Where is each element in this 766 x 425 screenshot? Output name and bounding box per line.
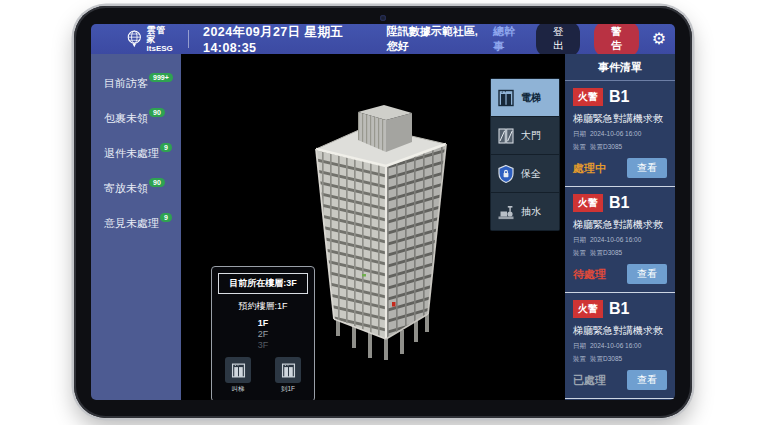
- sidebar-item-returns-pending[interactable]: 退件未處理9: [91, 146, 181, 181]
- building-model: [306, 104, 456, 364]
- view-event-button[interactable]: 查看: [627, 158, 667, 178]
- utility-label: 電梯: [521, 91, 541, 105]
- view-event-button[interactable]: 查看: [627, 370, 667, 390]
- alert-button[interactable]: 警告: [594, 24, 638, 57]
- sidebar-item-current-visitors[interactable]: 目前訪客999+: [91, 76, 181, 111]
- goto-floor-button[interactable]: 到1F: [275, 357, 301, 394]
- event-card: 火警 B1 梯廳緊急對講機求救 日期2024-10-06 16:00 裝置裝置D…: [565, 186, 675, 292]
- count-badge: 90: [149, 108, 165, 117]
- event-location: B1: [609, 194, 629, 212]
- count-badge: 999+: [149, 73, 173, 82]
- device-label: 裝置: [573, 143, 586, 150]
- reserved-floor-label: 預約樓層:1F: [218, 300, 308, 313]
- floor-option-1f[interactable]: 1F: [218, 318, 308, 329]
- event-date: 2024-10-06 16:00: [590, 342, 641, 349]
- event-description: 梯廳緊急對講機求救: [573, 112, 667, 126]
- device-label: 裝置: [573, 249, 586, 256]
- count-badge: 90: [149, 178, 165, 187]
- sidebar-item-label: 包裹未領: [104, 112, 148, 124]
- utility-gate-button[interactable]: 大門: [491, 117, 559, 154]
- utility-button-group: 電梯 大門: [490, 78, 560, 231]
- event-location: B1: [609, 88, 629, 106]
- floor-list: 1F 2F 3F: [218, 318, 308, 351]
- goto-floor-label: 到1F: [281, 385, 295, 394]
- screen: 雲管家 ItsESG 2024年09月27日 星期五 14:08:35 陞訊數據…: [91, 24, 675, 400]
- call-elevator-button[interactable]: 叫梯: [225, 357, 251, 394]
- device-label: 裝置: [573, 355, 586, 362]
- event-card: 火警 B1 梯廳緊急對講機求救 日期2024-10-06 16:00 裝置裝置D…: [565, 292, 675, 398]
- fire-alarm-badge: 火警: [573, 88, 603, 106]
- header-bar: 雲管家 ItsESG 2024年09月27日 星期五 14:08:35 陞訊數據…: [91, 24, 675, 54]
- event-date: 2024-10-06 16:00: [590, 236, 641, 243]
- ok-marker: [362, 274, 366, 277]
- event-location: B1: [609, 300, 629, 318]
- elevator-icon: [496, 88, 516, 108]
- fire-alarm-badge: 火警: [573, 194, 603, 212]
- event-list-panel[interactable]: 事件清單 火警 B1 梯廳緊急對講機求救 日期2024-10-06 16:00 …: [565, 54, 675, 400]
- floor-option-2f[interactable]: 2F: [218, 329, 308, 340]
- current-floor-label: 目前所在樓層:3F: [218, 273, 308, 294]
- count-badge: 9: [160, 213, 172, 222]
- utility-elevator-button[interactable]: 電梯: [491, 79, 559, 116]
- event-date: 2024-10-06 16:00: [590, 130, 641, 137]
- header-divider: [188, 30, 189, 48]
- floor-option-3f[interactable]: 3F: [218, 340, 308, 351]
- water-pump-icon: [496, 202, 516, 222]
- datetime-display: 2024年09月27日 星期五 14:08:35: [203, 24, 375, 55]
- tablet-frame: 雲管家 ItsESG 2024年09月27日 星期五 14:08:35 陞訊數據…: [74, 6, 692, 418]
- logo-subtitle: ItsESG: [147, 45, 175, 53]
- sidebar-item-label: 意見未處理: [104, 217, 159, 229]
- call-elevator-label: 叫梯: [232, 385, 245, 394]
- fire-marker: [392, 302, 396, 307]
- sidebar: 目前訪客999+ 包裹未領90 退件未處理9 寄放未領90 意見未處理9: [91, 54, 181, 400]
- greeting-text: 陞訊數據示範社區,您好: [387, 24, 485, 54]
- utility-security-button[interactable]: 保全: [491, 155, 559, 192]
- building-3d-view[interactable]: 電梯 大門: [181, 54, 565, 400]
- count-badge: 9: [160, 143, 172, 152]
- globe-balloon-icon: [126, 29, 143, 49]
- gate-icon: [496, 126, 516, 146]
- date-label: 日期: [573, 130, 586, 137]
- logo-title: 雲管家: [147, 26, 175, 44]
- view-event-button[interactable]: 查看: [627, 264, 667, 284]
- event-card: 火警 B1 梯廳緊急對講機求救 日期2024-10-06 16:00 裝置裝置D…: [565, 398, 675, 400]
- user-role: 總幹事: [493, 24, 522, 54]
- sidebar-item-deposits-unclaimed[interactable]: 寄放未領90: [91, 181, 181, 216]
- event-device: 裝置D3085: [590, 143, 622, 150]
- settings-gear-icon[interactable]: ⚙: [652, 31, 666, 47]
- event-description: 梯廳緊急對講機求救: [573, 324, 667, 338]
- elevator-icon: [280, 362, 297, 379]
- date-label: 日期: [573, 342, 586, 349]
- sidebar-item-label: 退件未處理: [104, 147, 159, 159]
- fire-alarm-badge: 火警: [573, 300, 603, 318]
- sidebar-item-feedback-pending[interactable]: 意見未處理9: [91, 216, 181, 251]
- utility-label: 保全: [521, 167, 541, 181]
- event-status: 待處理: [573, 267, 606, 282]
- event-status: 處理中: [573, 161, 606, 176]
- utility-label: 抽水: [521, 205, 541, 219]
- event-status: 已處理: [573, 373, 606, 388]
- app-logo: 雲管家 ItsESG: [126, 26, 174, 53]
- event-device: 裝置D3085: [590, 249, 622, 256]
- sidebar-item-label: 寄放未領: [104, 182, 148, 194]
- utility-pump-button[interactable]: 抽水: [491, 193, 559, 230]
- date-label: 日期: [573, 236, 586, 243]
- utility-label: 大門: [521, 129, 541, 143]
- security-shield-icon: [496, 164, 516, 184]
- front-camera: [380, 15, 386, 21]
- sidebar-item-packages-unclaimed[interactable]: 包裹未領90: [91, 111, 181, 146]
- elevator-floor-panel: 目前所在樓層:3F 預約樓層:1F 1F 2F 3F: [211, 266, 315, 400]
- event-description: 梯廳緊急對講機求救: [573, 218, 667, 232]
- event-card: 火警 B1 梯廳緊急對講機求救 日期2024-10-06 16:00 裝置裝置D…: [565, 81, 675, 186]
- event-list-title: 事件清單: [565, 54, 675, 81]
- elevator-icon: [230, 362, 247, 379]
- sidebar-item-label: 目前訪客: [104, 77, 148, 89]
- logout-button[interactable]: 登出: [536, 24, 580, 57]
- event-device: 裝置D3085: [590, 355, 622, 362]
